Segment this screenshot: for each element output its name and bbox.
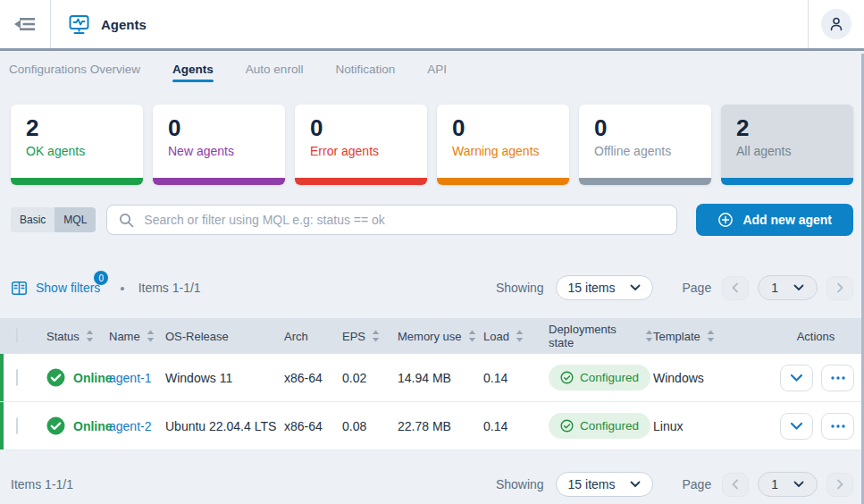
search-row: Basic MQL Add new agent (11, 204, 853, 236)
actions-cell (780, 413, 864, 440)
card-new-agents[interactable]: 0 New agents (153, 105, 285, 185)
select-all-checkbox[interactable] (16, 327, 18, 344)
toolbar: Show filters 0 • Items 1-1/1 Showing 15 … (11, 275, 853, 300)
agent-name-link[interactable]: agent-1 (109, 371, 151, 385)
status-online-icon (46, 368, 65, 387)
eps-cell: 0.02 (342, 371, 398, 385)
column-header-load[interactable]: Load (483, 330, 549, 343)
search-input[interactable] (142, 212, 665, 228)
template-cell: Windows (653, 371, 780, 385)
column-header-os-release[interactable]: OS-Release (165, 330, 284, 343)
ellipsis-icon (831, 376, 845, 380)
expand-row-button[interactable] (780, 413, 813, 440)
show-filters-label: Show filters 0 (36, 281, 102, 295)
sort-icon (645, 330, 653, 342)
table-header: Status Name OS-Release Arch EPS Memory u… (0, 318, 864, 354)
showing-label: Showing (496, 281, 544, 295)
column-header-deployments-state[interactable]: Deployments state (549, 323, 653, 349)
table-footer: Items 1-1/1 Showing 15 items Page 1 (11, 472, 853, 497)
tab-api[interactable]: API (427, 51, 447, 87)
column-header-status[interactable]: Status (46, 330, 109, 343)
status-cell: Online (46, 368, 109, 387)
arch-cell: x86-64 (284, 371, 342, 385)
card-offline-agents[interactable]: 0 Offline agents (579, 105, 711, 185)
tab-notification[interactable]: Notification (335, 51, 395, 87)
actions-cell (780, 365, 864, 391)
column-header-eps[interactable]: EPS (342, 330, 398, 343)
stat-cards: 2 OK agents 0 New agents 0 Error agents … (11, 105, 853, 185)
next-page-button[interactable] (826, 276, 853, 300)
user-menu-button[interactable] (821, 9, 851, 39)
card-all-agents[interactable]: 2 All agents (721, 105, 853, 185)
chevron-down-icon (790, 422, 803, 431)
sort-icon (516, 330, 524, 342)
os-release-cell: Ubuntu 22.04.4 LTS (165, 419, 284, 433)
arch-cell: x86-64 (284, 419, 342, 433)
chevron-left-icon (732, 479, 739, 490)
user-icon (828, 16, 844, 32)
search-box (106, 205, 677, 235)
column-header-name[interactable]: Name (109, 330, 165, 343)
tab-auto-enroll[interactable]: Auto enroll (246, 51, 304, 87)
chevron-down-icon (630, 284, 641, 291)
next-page-button[interactable] (826, 473, 853, 497)
page-size-select[interactable]: 15 items (556, 275, 653, 300)
column-header-arch[interactable]: Arch (284, 330, 342, 343)
page-label: Page (683, 477, 712, 491)
eps-cell: 0.08 (342, 419, 398, 433)
plus-circle-icon (717, 212, 734, 228)
ok-agents-label: OK agents (26, 144, 128, 158)
deployment-state-badge: Configured (549, 365, 650, 391)
sidebar-toggle-button[interactable] (0, 0, 51, 48)
new-agents-label: New agents (168, 144, 270, 158)
all-agents-bar (721, 178, 853, 185)
card-warning-agents[interactable]: 0 Warning agents (437, 105, 569, 185)
load-cell: 0.14 (483, 371, 549, 385)
offline-agents-label: Offline agents (594, 144, 696, 158)
tab-agents[interactable]: Agents (172, 51, 214, 87)
new-agents-count: 0 (168, 116, 270, 140)
showing-label: Showing (496, 477, 544, 491)
column-header-memory-use[interactable]: Memory use (398, 330, 483, 343)
agent-name-link[interactable]: agent-2 (109, 419, 151, 433)
status-badge: Online (73, 419, 113, 433)
search-mode-basic[interactable]: Basic (11, 207, 55, 232)
warning-agents-count: 0 (452, 116, 554, 140)
configured-check-icon (560, 419, 574, 433)
error-agents-count: 0 (310, 116, 412, 140)
chevron-right-icon (836, 282, 843, 293)
prev-page-button[interactable] (722, 276, 749, 300)
offline-agents-bar (579, 178, 711, 185)
tab-configurations-overview[interactable]: Configurations Overview (9, 51, 140, 87)
sort-icon (707, 330, 715, 342)
chevron-down-icon (793, 284, 804, 291)
sort-icon (147, 330, 155, 342)
card-ok-agents[interactable]: 2 OK agents (11, 105, 143, 185)
add-new-agent-button[interactable]: Add new agent (696, 204, 853, 236)
agents-monitor-icon (67, 13, 91, 37)
page-number-select[interactable]: 1 (758, 472, 818, 497)
new-agents-bar (153, 178, 285, 185)
row-menu-button[interactable] (821, 413, 854, 440)
search-mode-mql[interactable]: MQL (55, 207, 96, 232)
table-row: Online agent-2 Ubuntu 22.04.4 LTS x86-64… (0, 402, 864, 450)
topbar-right (808, 0, 864, 48)
os-release-cell: Windows 11 (165, 371, 284, 385)
table-row: Online agent-1 Windows 11 x86-64 0.02 14… (0, 354, 864, 402)
page-label: Page (683, 281, 712, 295)
show-filters-button[interactable]: Show filters 0 (11, 280, 102, 297)
column-header-template[interactable]: Template (653, 330, 780, 343)
row-menu-button[interactable] (821, 365, 854, 391)
deployment-state-badge: Configured (549, 413, 650, 439)
search-icon (119, 213, 134, 228)
row-checkbox[interactable] (16, 417, 18, 434)
expand-row-button[interactable] (780, 365, 813, 391)
card-error-agents[interactable]: 0 Error agents (295, 105, 427, 185)
row-checkbox[interactable] (16, 369, 18, 386)
filters-icon (11, 280, 28, 297)
filter-count-badge: 0 (94, 271, 108, 285)
page-number-select[interactable]: 1 (758, 275, 818, 300)
page-size-select[interactable]: 15 items (556, 472, 653, 497)
prev-page-button[interactable] (722, 473, 749, 497)
pagination-controls: Showing 15 items Page 1 (496, 472, 853, 497)
